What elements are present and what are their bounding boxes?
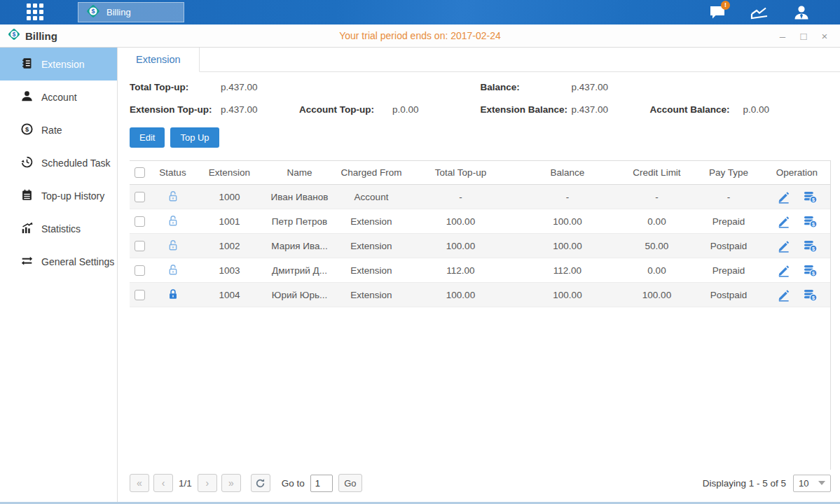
sidebar-item-scheduled-task[interactable]: Scheduled Task xyxy=(0,146,117,179)
edit-row-icon[interactable] xyxy=(776,190,792,204)
ledger-icon xyxy=(21,57,33,71)
taskbar-item-billing[interactable]: $ Billing xyxy=(78,2,184,22)
edit-row-icon[interactable] xyxy=(776,264,792,277)
goto-page-input[interactable] xyxy=(310,475,333,492)
billing-dollar-diamond-icon: $ xyxy=(7,27,21,44)
cell-charged-from: Extension xyxy=(336,234,406,258)
notebook-icon xyxy=(21,189,33,203)
cell-name: Юрий Юрь... xyxy=(263,283,336,307)
column-header-total-topup: Total Top-up xyxy=(406,161,515,185)
go-button[interactable]: Go xyxy=(338,474,362,492)
row-checkbox[interactable] xyxy=(135,216,145,227)
svg-text:$: $ xyxy=(13,31,16,38)
cell-charged-from: Extension xyxy=(336,258,406,283)
select-all-checkbox[interactable] xyxy=(135,167,145,178)
account-topup-value: p.0.00 xyxy=(392,104,481,115)
statistics-chart-icon[interactable] xyxy=(749,4,770,22)
tab-strip: Extension xyxy=(118,48,840,72)
refresh-button[interactable] xyxy=(251,474,270,492)
cell-charged-from: Extension xyxy=(336,209,406,234)
messages-icon[interactable]: ! xyxy=(707,4,728,22)
top-up-row-icon[interactable]: $ xyxy=(802,239,818,253)
sidebar-item-extension[interactable]: Extension xyxy=(0,48,117,80)
extension-balance-value: p.437.00 xyxy=(572,104,650,115)
sidebar-item-topup-history[interactable]: Top-up History xyxy=(0,179,117,212)
total-topup-label: Total Top-up: xyxy=(130,82,221,92)
top-up-row-icon[interactable]: $ xyxy=(802,190,818,204)
tab-extension[interactable]: Extension xyxy=(118,48,200,72)
top-up-row-icon[interactable]: $ xyxy=(802,288,818,302)
cell-name: Петр Петров xyxy=(263,209,336,234)
extensions-table: Status Extension Name Charged From Total… xyxy=(130,160,830,307)
taskbar-item-label: Billing xyxy=(106,7,131,18)
row-checkbox[interactable] xyxy=(135,192,145,202)
locked-status-icon xyxy=(167,292,179,302)
page-indicator: 1/1 xyxy=(179,478,192,489)
unlocked-status-icon xyxy=(167,218,179,229)
column-header-pay-type: Pay Type xyxy=(694,161,764,185)
extensions-table-area: Status Extension Name Charged From Total… xyxy=(130,160,831,470)
displaying-text: Displaying 1 - 5 of 5 xyxy=(703,478,786,489)
cell-balance: 100.00 xyxy=(515,283,620,307)
user-icon[interactable] xyxy=(791,4,812,22)
close-button[interactable]: × xyxy=(819,31,830,41)
cell-balance: 112.00 xyxy=(515,258,620,283)
cell-total-topup: 100.00 xyxy=(406,283,515,307)
sidebar-item-rate[interactable]: $ Rate xyxy=(0,113,117,146)
svg-text:$: $ xyxy=(812,295,815,300)
cell-extension: 1001 xyxy=(196,209,263,234)
cell-extension: 1003 xyxy=(196,258,263,283)
cell-pay-type: Prepaid xyxy=(694,209,764,234)
top-up-row-icon[interactable]: $ xyxy=(802,264,818,277)
notification-badge: ! xyxy=(721,1,730,10)
cell-credit-limit: 0.00 xyxy=(620,209,694,234)
last-page-button[interactable]: » xyxy=(221,474,241,492)
sidebar-item-account[interactable]: Account xyxy=(0,80,117,113)
maximize-button[interactable]: □ xyxy=(798,31,809,41)
cell-charged-from: Account xyxy=(336,185,406,209)
prev-page-button[interactable]: ‹ xyxy=(153,474,173,492)
table-row: 1001 Петр Петров Extension 100.00 100.00… xyxy=(130,209,830,234)
top-up-button[interactable]: Top Up xyxy=(170,127,219,148)
column-header-name: Name xyxy=(263,161,336,185)
edit-button[interactable]: Edit xyxy=(130,127,165,148)
cell-balance: 100.00 xyxy=(515,209,620,234)
sidebar-item-general-settings[interactable]: General Settings xyxy=(0,245,117,278)
cell-extension: 1004 xyxy=(196,283,263,307)
row-checkbox[interactable] xyxy=(135,241,145,251)
svg-text:$: $ xyxy=(812,197,815,202)
edit-row-icon[interactable] xyxy=(776,239,792,253)
next-page-button[interactable]: › xyxy=(198,474,217,492)
row-checkbox[interactable] xyxy=(135,290,145,300)
sidebar-item-label: General Settings xyxy=(41,256,114,267)
table-row: 1003 Дмитрий Д... Extension 112.00 112.0… xyxy=(130,258,830,283)
balance-label: Balance: xyxy=(481,82,572,92)
billing-dollar-diamond-icon: $ xyxy=(85,4,101,22)
sidebar-item-label: Account xyxy=(41,92,77,103)
cell-total-topup: 100.00 xyxy=(406,234,515,258)
row-checkbox[interactable] xyxy=(135,265,145,276)
apps-grid-icon[interactable] xyxy=(27,4,45,22)
sidebar-item-statistics[interactable]: Statistics xyxy=(0,212,117,245)
edit-row-icon[interactable] xyxy=(776,288,792,302)
unlocked-status-icon xyxy=(167,267,179,278)
top-up-row-icon[interactable]: $ xyxy=(802,215,818,228)
edit-row-icon[interactable] xyxy=(776,215,792,228)
sliders-icon xyxy=(21,255,33,269)
cell-balance: 100.00 xyxy=(515,234,620,258)
cell-extension: 1000 xyxy=(196,185,263,209)
cell-total-topup: 100.00 xyxy=(406,209,515,234)
first-page-button[interactable]: « xyxy=(130,474,149,492)
svg-text:$: $ xyxy=(91,8,95,15)
cell-total-topup: 112.00 xyxy=(406,258,515,283)
column-header-balance: Balance xyxy=(515,161,620,185)
svg-text:$: $ xyxy=(812,246,815,251)
page-size-select[interactable]: 10 xyxy=(793,475,831,492)
svg-text:$: $ xyxy=(812,270,815,276)
minimize-button[interactable]: – xyxy=(777,31,788,41)
window-title: Billing xyxy=(25,30,57,42)
cell-charged-from: Extension xyxy=(336,283,406,307)
svg-text:$: $ xyxy=(812,221,815,227)
window-title-group: $ Billing xyxy=(7,27,57,44)
sidebar: Extension Account $ Rate Scheduled Task … xyxy=(0,48,118,502)
